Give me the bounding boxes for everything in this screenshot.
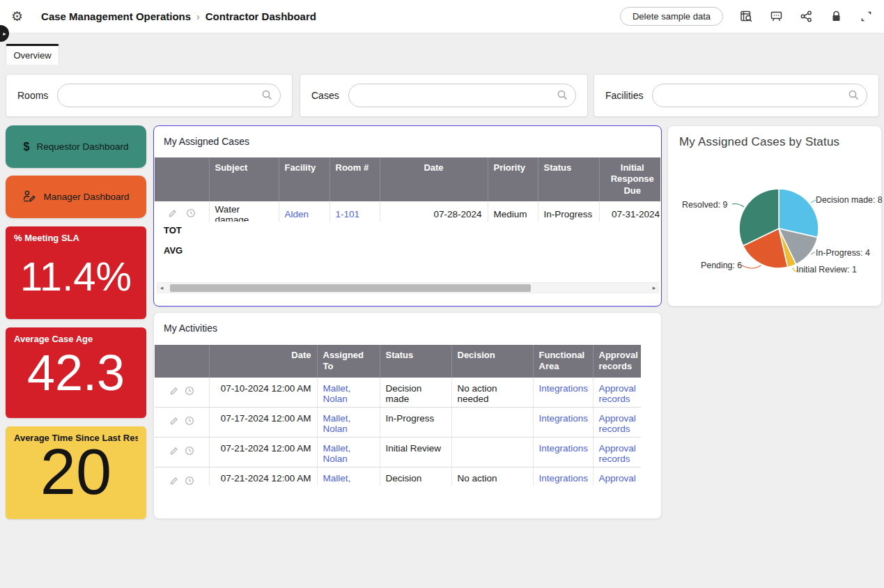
pie-label-decision-made: Decision made: 8: [816, 195, 883, 205]
col-status[interactable]: Status: [380, 345, 451, 378]
col-initial-response-due[interactable]: Initial Response Due: [599, 157, 660, 201]
history-clock-icon[interactable]: [186, 208, 196, 220]
cell-date: 07-21-2024 12:00 AM: [209, 467, 317, 486]
facility-link[interactable]: Alden: [285, 209, 309, 219]
scrollbar-track[interactable]: [166, 283, 650, 293]
col-room[interactable]: Room #: [329, 157, 380, 201]
history-clock-icon[interactable]: [185, 416, 194, 428]
col-status[interactable]: Status: [538, 157, 599, 201]
pie-connector: [742, 265, 761, 268]
my-activities-title: My Activities: [164, 323, 217, 334]
pie-label-pending: Pending: 6: [701, 261, 742, 270]
delete-sample-data-button[interactable]: Delete sample data: [620, 7, 723, 26]
col-functional-area[interactable]: Functional Area: [533, 345, 593, 378]
cell-date: 07-21-2024 12:00 AM: [209, 437, 317, 467]
cases-search-input[interactable]: [348, 84, 576, 107]
breadcrumb-page-title: Contractor Dashboard: [206, 10, 316, 22]
expand-icon[interactable]: [860, 10, 873, 23]
cell-status: Decision made: [380, 378, 451, 408]
manager-dashboard-button[interactable]: Manager Dashboard: [6, 176, 146, 218]
kpi-average-case-age-value: 42.3: [14, 348, 138, 398]
requestor-dashboard-label: Requestor Dashboard: [36, 141, 128, 152]
tab-overview[interactable]: Overview: [6, 44, 59, 65]
facilities-label: Facilities: [605, 90, 643, 101]
col-decision[interactable]: Decision: [451, 345, 533, 378]
my-activities-card: My Activities Date Assigned To Status De…: [153, 312, 662, 519]
col-priority[interactable]: Priority: [488, 157, 538, 201]
col-subject[interactable]: Subject: [209, 157, 279, 201]
history-clock-icon[interactable]: [185, 476, 194, 486]
cases-label: Cases: [311, 90, 339, 101]
requestor-dashboard-button[interactable]: $ Requestor Dashboard: [6, 125, 146, 168]
app-header: ⚙ Case Management Operations › Contracto…: [0, 0, 884, 33]
pie-label-initial-review: Initial Review: 1: [796, 265, 857, 274]
total-row-label: TOT: [164, 225, 182, 235]
lock-icon[interactable]: [830, 10, 843, 23]
gear-icon[interactable]: ⚙: [11, 8, 23, 24]
cell-status: Decision made: [380, 467, 451, 486]
approval-records-link[interactable]: Approval records: [599, 383, 636, 404]
cell-priority: Medium: [488, 201, 538, 222]
scroll-left-arrow[interactable]: ◂: [157, 283, 166, 293]
status-pie: [668, 126, 883, 307]
scrollbar-thumb[interactable]: [170, 284, 531, 292]
cases-by-status-card: My Assigned Cases by Status Decision mad…: [667, 125, 882, 307]
cell-status: In-Progress: [380, 407, 451, 437]
approval-records-link[interactable]: Approval records: [599, 413, 636, 434]
functional-area-link[interactable]: Integrations: [539, 443, 589, 454]
search-icon: [557, 89, 568, 101]
my-assigned-cases-card: My Assigned Cases Subject Facility Room …: [153, 125, 662, 307]
cell-status: Initial Review: [380, 437, 451, 467]
col-facility[interactable]: Facility: [279, 157, 329, 201]
functional-area-link[interactable]: Integrations: [539, 473, 589, 483]
scroll-right-arrow[interactable]: ▸: [650, 283, 658, 293]
col-assigned-to[interactable]: Assigned To: [317, 345, 380, 378]
assigned-to-link[interactable]: Mallet, Nolan: [323, 473, 351, 486]
cell-decision: No action needed: [451, 467, 533, 486]
history-clock-icon[interactable]: [185, 446, 194, 458]
kpi-time-since-last-response-value: 20: [14, 440, 138, 504]
rooms-filter-card: Rooms: [6, 74, 293, 117]
kpi-meeting-sla-value: 11.4%: [14, 256, 138, 297]
history-clock-icon[interactable]: [185, 386, 194, 398]
breadcrumb: Case Management Operations › Contractor …: [41, 10, 316, 22]
kpi-average-case-age: Average Case Age 42.3: [6, 327, 146, 418]
assigned-to-link[interactable]: Mallet, Nolan: [323, 383, 351, 404]
functional-area-link[interactable]: Integrations: [539, 413, 589, 424]
col-approval-records[interactable]: Approval records: [593, 345, 641, 378]
average-row-label: AVG: [164, 245, 183, 256]
my-activities-table: Date Assigned To Status Decision Functio…: [155, 345, 641, 486]
col-actions: [155, 157, 209, 201]
table-row: 07-17-2024 12:00 AMMallet, NolanIn-Progr…: [155, 407, 641, 437]
col-actions: [155, 345, 209, 378]
functional-area-link[interactable]: Integrations: [539, 383, 589, 394]
table-row: 07-10-2024 12:00 AMMallet, NolanDecision…: [155, 378, 641, 408]
edit-pencil-icon[interactable]: [169, 386, 179, 398]
assigned-to-link[interactable]: Mallet, Nolan: [323, 443, 351, 464]
cell-decision: No action needed: [451, 378, 533, 408]
room-link[interactable]: 1-101: [336, 209, 360, 219]
breadcrumb-app-title[interactable]: Case Management Operations: [41, 10, 191, 22]
rooms-search-input[interactable]: [57, 84, 281, 107]
chevron-right-icon: ›: [196, 11, 200, 22]
edit-pencil-icon[interactable]: [168, 208, 178, 220]
edit-pencil-icon[interactable]: [169, 476, 179, 486]
share-icon[interactable]: [800, 10, 813, 23]
edit-pencil-icon[interactable]: [169, 446, 179, 458]
edit-pencil-icon[interactable]: [169, 416, 179, 428]
rooms-label: Rooms: [17, 90, 48, 101]
approval-records-link[interactable]: Approval records: [599, 443, 636, 464]
header-actions: Delete sample data: [620, 7, 873, 26]
facilities-filter-card: Facilities: [594, 74, 879, 117]
horizontal-scrollbar[interactable]: ◂ ▸: [157, 282, 659, 293]
notch-arrow-icon: ▸: [3, 31, 6, 37]
presentation-icon[interactable]: [770, 10, 783, 23]
record-search-icon[interactable]: [740, 10, 753, 23]
col-date[interactable]: Date: [209, 345, 317, 378]
assigned-to-link[interactable]: Mallet, Nolan: [323, 413, 351, 434]
pie-connector: [811, 252, 815, 254]
facilities-search-input[interactable]: [652, 84, 867, 107]
col-date[interactable]: Date: [380, 157, 488, 201]
approval-records-link[interactable]: Approval records: [599, 473, 636, 486]
dollar-icon: $: [24, 141, 30, 153]
